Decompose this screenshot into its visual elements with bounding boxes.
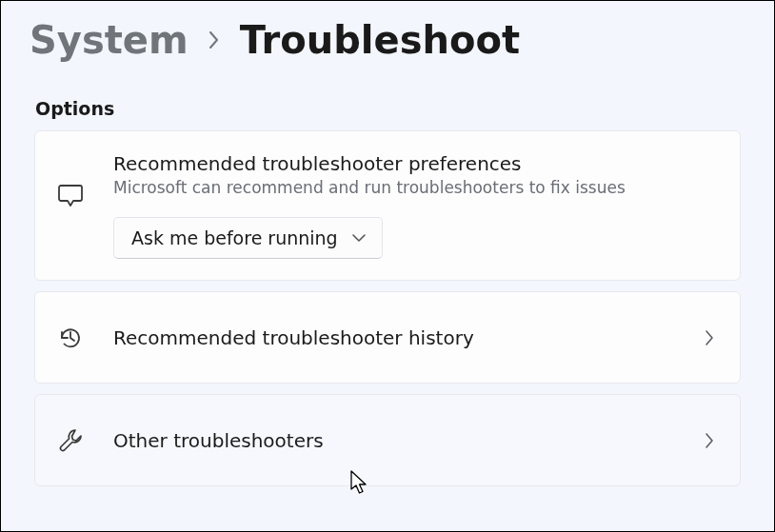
chevron-right-icon [208, 30, 221, 50]
other-troubleshooters-label: Other troubleshooters [113, 429, 704, 452]
preferences-dropdown[interactable]: Ask me before running [113, 217, 383, 259]
section-header-options: Options [1, 62, 774, 130]
troubleshooter-history-row[interactable]: Recommended troubleshooter history [34, 291, 741, 384]
page-title: Troubleshoot [240, 18, 520, 62]
chevron-right-icon [704, 328, 719, 347]
preferences-title: Recommended troubleshooter preferences [113, 152, 719, 175]
preferences-subtitle: Microsoft can recommend and run troubles… [113, 178, 719, 197]
other-troubleshooters-row[interactable]: Other troubleshooters [34, 394, 741, 486]
breadcrumb-parent-system[interactable]: System [30, 18, 189, 62]
history-label: Recommended troubleshooter history [113, 326, 704, 349]
troubleshooter-preferences-card: Recommended troubleshooter preferences M… [34, 130, 741, 281]
dropdown-value: Ask me before running [131, 227, 338, 248]
chevron-down-icon [351, 233, 367, 243]
speech-bubble-icon [56, 152, 96, 209]
chevron-right-icon [704, 431, 719, 450]
history-icon [56, 324, 96, 352]
breadcrumb: System Troubleshoot [1, 1, 774, 62]
wrench-icon [56, 426, 96, 455]
